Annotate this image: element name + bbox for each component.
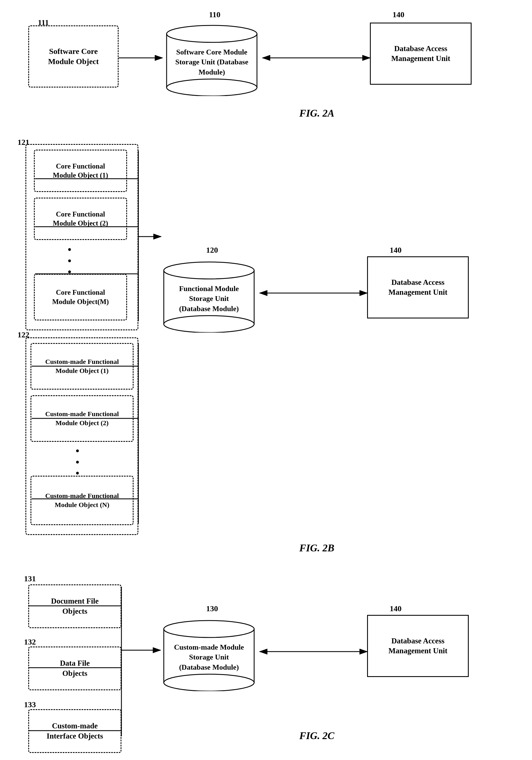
custom-func-obj1-box: Custom-made FunctionalModule Object (1) — [30, 343, 133, 390]
fig2a-label: FIG. 2A — [299, 107, 334, 119]
cylinder-120: Functional ModuleStorage Unit(Database M… — [161, 256, 257, 333]
label-140a: 140 — [393, 10, 404, 19]
dots-core: ••• — [68, 244, 72, 278]
arrow-130-to-140c — [258, 646, 370, 657]
arrow-122-to-120 — [138, 343, 164, 525]
custom-func-obj2-box: Custom-made FunctionalModule Object (2) — [30, 395, 133, 442]
arrow-2c-left — [121, 584, 163, 753]
label-132: 132 — [24, 638, 36, 646]
cylinder-110-label: Software Core Module Storage Unit (Datab… — [164, 41, 260, 80]
core-func-obj2-box: Core FunctionalModule Object (2) — [34, 198, 127, 240]
svg-point-26 — [164, 621, 254, 638]
dots-custom: ••• — [76, 446, 79, 479]
diagram-container: 111 Software Core Module Object 110 Soft… — [0, 0, 532, 760]
label-130: 130 — [206, 604, 218, 613]
svg-point-9 — [164, 316, 254, 333]
label-131: 131 — [24, 574, 36, 583]
svg-point-25 — [164, 674, 254, 691]
cylinder-110: Software Core Module Storage Unit (Datab… — [164, 20, 260, 96]
cylinder-130: Custom-made ModuleStorage Unit(Database … — [161, 615, 257, 691]
label-133: 133 — [24, 700, 36, 709]
arrow-121-to-120 — [138, 149, 164, 333]
database-access-mgmt-unit-box-a: Database Access Management Unit — [370, 23, 471, 85]
svg-point-2 — [167, 25, 257, 42]
custom-func-objN-box: Custom-made FunctionalModule Object (N) — [30, 476, 133, 525]
label-140c: 140 — [390, 604, 402, 613]
data-file-objects-box: Data FileObjects — [28, 646, 121, 690]
label-140b: 140 — [390, 246, 402, 255]
core-func-obj1-box: Core FunctionalModule Object (1) — [34, 150, 127, 192]
label-110: 110 — [209, 10, 220, 19]
document-file-objects-box: Document FileObjects — [28, 584, 121, 628]
software-core-module-object-box: Software Core Module Object — [28, 25, 119, 87]
database-access-mgmt-unit-box-b: Database AccessManagement Unit — [367, 256, 469, 318]
cylinder-130-label: Custom-made ModuleStorage Unit(Database … — [170, 637, 248, 675]
custom-interface-objects-box: Custom-madeInterface Objects — [28, 709, 121, 753]
fig2b-label: FIG. 2B — [299, 542, 334, 554]
cylinder-120-label: Functional ModuleStorage Unit(Database M… — [175, 278, 243, 316]
database-access-mgmt-unit-box-c: Database AccessManagement Unit — [367, 615, 469, 677]
svg-point-10 — [164, 262, 254, 279]
fig2c-label: FIG. 2C — [299, 730, 334, 742]
core-func-objM-box: Core FunctionalModule Object(M) — [34, 274, 127, 320]
arrow-111-to-110 — [119, 52, 165, 64]
arrow-110-to-140 — [261, 52, 373, 64]
arrow-120-to-140b — [258, 287, 370, 299]
label-120: 120 — [206, 246, 218, 255]
svg-point-1 — [167, 79, 257, 96]
